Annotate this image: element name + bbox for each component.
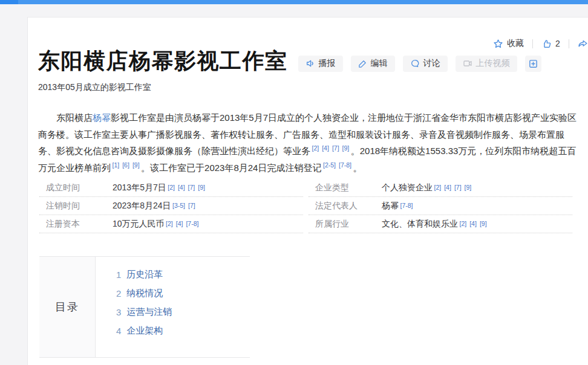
ref-link[interactable]: [9] xyxy=(342,144,350,152)
title-buttons: 播报 编辑 讨论 上传视频 xyxy=(298,56,541,72)
ref-link[interactable]: [4] xyxy=(469,221,477,227)
ref-link[interactable]: [7] xyxy=(188,202,195,209)
info-value: 文化、体育和娱乐业 xyxy=(382,219,458,230)
pencil-icon xyxy=(358,59,367,68)
upload-video-label: 上传视频 xyxy=(476,58,510,69)
info-label: 注销时间 xyxy=(46,201,113,212)
yangmi-link[interactable]: 杨幂 xyxy=(93,112,111,123)
toc-item-label: 历史沿革 xyxy=(126,269,163,280)
ref-link[interactable]: [2-5] xyxy=(323,161,336,169)
info-value: 2013年5月7日 xyxy=(113,182,166,193)
top-accent-bar-segment xyxy=(0,0,18,4)
ref-link[interactable]: [7-8] xyxy=(186,221,198,227)
video-camera-icon xyxy=(463,59,472,68)
edit-label: 编辑 xyxy=(371,58,388,69)
edit-button[interactable]: 编辑 xyxy=(351,56,395,72)
like-count: 2 xyxy=(555,39,560,48)
ref-link[interactable]: [2] xyxy=(166,221,173,227)
ref-link[interactable]: [7] xyxy=(332,144,339,152)
info-column-left: 成立时间 2013年5月7日 [2][4][7][9] 注销时间 2023年8月… xyxy=(39,179,303,233)
ref-link[interactable]: [7] xyxy=(188,184,195,191)
add-to-collection-button[interactable] xyxy=(525,56,541,72)
favorite-button[interactable]: 收藏 xyxy=(493,38,524,49)
divider xyxy=(532,39,533,48)
info-row: 企业类型 个人独资企业 [2][4][7][9] xyxy=(309,179,572,197)
like-button[interactable]: 2 xyxy=(541,39,560,49)
toc-item-operation[interactable]: 3 运营与注销 xyxy=(116,303,172,321)
star-icon xyxy=(493,39,503,49)
ref-link[interactable]: [6] xyxy=(122,161,129,169)
ref-link[interactable]: [9] xyxy=(480,221,487,227)
info-label: 法定代表人 xyxy=(315,201,382,212)
summary-paragraph: 东阳横店杨幂影视工作室是由演员杨幂于2013年5月7日成立的个人独资企业，注册地… xyxy=(38,109,578,176)
title-row: 东阳横店杨幂影视工作室 播报 编辑 讨论 上传视频 xyxy=(38,48,541,74)
summary-text: 。 xyxy=(353,163,362,173)
share-button[interactable] xyxy=(578,38,588,49)
info-row: 成立时间 2013年5月7日 [2][4][7][9] xyxy=(39,179,303,197)
info-row: 法定代表人 杨幂 [7-8] xyxy=(309,197,572,215)
favorite-label: 收藏 xyxy=(507,38,524,49)
info-label: 注册资本 xyxy=(46,219,113,230)
thumbs-up-icon xyxy=(541,39,552,49)
ref-link[interactable]: [2] xyxy=(460,221,467,227)
summary-text: 。该工作室已于2023年8月24日完成注销登记 xyxy=(141,163,321,173)
discuss-button[interactable]: 讨论 xyxy=(403,56,448,72)
ref-link[interactable]: [4] xyxy=(322,144,329,152)
plus-square-icon xyxy=(528,59,538,69)
divider xyxy=(569,39,569,48)
toc-item-structure[interactable]: 4 企业架构 xyxy=(116,321,172,340)
toc-item-tax[interactable]: 2 纳税情况 xyxy=(116,284,172,303)
info-value: 10万元人民币 xyxy=(113,219,165,230)
toc-list: 1 历史沿革 2 纳税情况 3 运营与注销 4 企业架构 xyxy=(96,257,172,357)
ref-link[interactable]: [7] xyxy=(454,184,462,191)
page-subtitle: 2013年05月成立的影视工作室 xyxy=(38,82,151,93)
ref-link[interactable]: [2] xyxy=(168,184,175,191)
top-accent-bar xyxy=(0,0,588,4)
ref-link[interactable]: [7-8] xyxy=(339,161,351,169)
broadcast-label: 播报 xyxy=(319,58,336,69)
info-column-right: 企业类型 个人独资企业 [2][4][7][9] 法定代表人 杨幂 [7-8] … xyxy=(309,179,572,233)
comment-icon xyxy=(410,59,420,68)
summary-text: 东阳横店 xyxy=(56,112,93,123)
share-icon xyxy=(578,39,588,49)
toc-item-number: 4 xyxy=(116,326,121,336)
toc-item-label: 运营与注销 xyxy=(126,306,172,318)
info-value: 2023年8月24日 xyxy=(113,201,171,212)
info-label: 成立时间 xyxy=(46,182,113,193)
toc-title: 目录 xyxy=(39,257,96,357)
toc-item-number: 3 xyxy=(116,307,121,317)
basic-info-box: 成立时间 2013年5月7日 [2][4][7][9] 注销时间 2023年8月… xyxy=(39,179,572,233)
info-row: 注销时间 2023年8月24日 [3-5][7] xyxy=(39,197,303,215)
baike-page: { "colors": { "accent_blue": "#4698f0", … xyxy=(0,0,588,365)
info-value: 个人独资企业 xyxy=(382,182,433,193)
broadcast-button[interactable]: 播报 xyxy=(298,56,343,72)
ref-link[interactable]: [2] xyxy=(434,184,442,191)
ref-link[interactable]: [3-5] xyxy=(172,202,185,209)
ref-link[interactable]: [4] xyxy=(178,184,185,191)
ref-link[interactable]: [9] xyxy=(465,184,472,191)
ref-link[interactable]: [4] xyxy=(176,221,183,227)
ref-link[interactable]: [9] xyxy=(198,184,205,191)
ref-link[interactable]: [1] xyxy=(113,161,120,169)
table-of-contents: 目录 1 历史沿革 2 纳税情况 3 运营与注销 4 企业架构 xyxy=(39,256,250,358)
info-row: 注册资本 10万元人民币 [2][4][7-8] xyxy=(39,215,303,233)
ref-link[interactable]: [4] xyxy=(444,184,451,191)
discuss-label: 讨论 xyxy=(423,58,440,69)
toc-item-number: 1 xyxy=(116,270,121,280)
upload-video-button[interactable]: 上传视频 xyxy=(456,56,517,72)
toc-item-label: 企业架构 xyxy=(126,325,163,337)
speaker-icon xyxy=(305,59,315,68)
info-value: 杨幂 xyxy=(382,201,399,212)
info-label: 所属行业 xyxy=(315,219,382,230)
toc-item-history[interactable]: 1 历史沿革 xyxy=(116,265,172,284)
page-title: 东阳横店杨幂影视工作室 xyxy=(38,48,288,74)
toc-item-label: 纳税情况 xyxy=(126,288,163,299)
info-row: 所属行业 文化、体育和娱乐业 [2][4][9] xyxy=(309,215,572,233)
info-label: 企业类型 xyxy=(315,182,382,193)
ref-link[interactable]: [9] xyxy=(132,161,140,169)
ref-link[interactable]: [7-8] xyxy=(400,202,413,209)
toc-item-number: 2 xyxy=(116,288,121,299)
ref-link[interactable]: [2] xyxy=(312,144,319,152)
